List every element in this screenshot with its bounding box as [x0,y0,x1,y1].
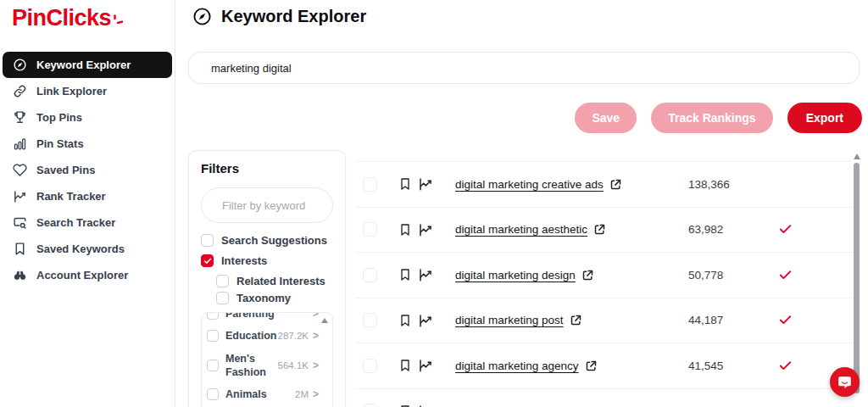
table-row: digital marketing creative ads 138,366 [356,161,853,207]
keyword-results-table: digital marketing creative ads 138,366 d… [356,161,853,407]
sidebar-item-label: Saved Keywords [36,243,125,255]
sidebar-item-label: Keyword Explorer [36,59,131,71]
table-row: digital marketing agency 41,545 [356,343,853,388]
trend-chart-icon[interactable] [418,176,433,192]
tracked-check-icon [778,359,793,373]
trend-chart-icon[interactable] [418,404,433,407]
sidebar-nav: Keyword Explorer Link Explorer Top Pins … [0,52,175,288]
checkbox[interactable] [216,275,229,287]
row-checkbox[interactable] [363,359,377,373]
sidebar-item-label: Rank Tracker [36,190,106,203]
sidebar-item-keyword-explorer[interactable]: Keyword Explorer [3,52,172,78]
toolbar: Save Track Rankings Export [0,103,862,133]
row-checkbox[interactable] [363,268,377,282]
interest-item-mens-fashion[interactable]: Men's Fashion 564.1K > [207,348,319,384]
sidebar-item-rank-tracker[interactable]: Rank Tracker [3,183,172,209]
sidebar-item-link-explorer[interactable]: Link Explorer [3,78,172,104]
checkbox[interactable] [207,312,219,320]
external-link-icon[interactable] [581,269,594,282]
sidebar-item-account-explorer[interactable]: Account Explorer [3,262,172,288]
sidebar-item-label: Account Explorer [36,269,128,282]
sidebar-item-saved-keywords[interactable]: Saved Keywords [3,236,172,262]
keyword-link[interactable]: digital marketing creative ads [455,178,604,191]
compass-icon [12,58,27,73]
filter-options: Search Suggestions Interests Related Int… [201,234,333,304]
external-link-icon[interactable] [593,223,606,236]
search-volume: 41,545 [688,360,723,372]
search-volume: 50,778 [688,269,723,282]
save-button[interactable]: Save [575,103,637,133]
trend-chart-icon[interactable] [418,358,433,373]
search-volume: 138,366 [688,178,730,191]
checkbox-checked[interactable] [201,254,214,267]
trend-chart-icon[interactable] [418,313,433,328]
sidebar-item-search-tracker[interactable]: Search Tracker [3,209,172,236]
keyword-link[interactable]: digital marketing design [455,269,576,282]
binoculars-icon [12,268,27,283]
filter-option-search-suggestions[interactable]: Search Suggestions [201,234,333,247]
keyword-link[interactable]: digital marketing post [455,314,564,326]
interest-item-parenting[interactable]: Parenting > [207,312,319,325]
interest-item-education[interactable]: Education 287.2K > [207,325,319,347]
checkbox[interactable] [207,360,219,371]
sidebar-item-pin-stats[interactable]: Pin Stats [3,131,172,157]
sidebar-item-saved-pins[interactable]: Saved Pins [3,157,172,183]
bookmark-icon[interactable] [398,359,412,372]
table-row: digital marketing design 50,778 [356,252,853,298]
bookmark-icon [12,242,27,257]
row-checkbox[interactable] [363,404,377,407]
chevron-right-icon[interactable]: > [313,360,319,371]
table-row: digital marketing aesthetic 63,982 [356,207,853,253]
filter-option-taxonomy[interactable]: Taxonomy [216,292,333,304]
tracked-check-icon [778,313,793,327]
filter-option-related-interests[interactable]: Related Interests [216,275,333,287]
scrollbar-thumb[interactable] [854,163,860,393]
chat-widget-button[interactable] [830,367,860,397]
filter-keyword-input[interactable] [201,187,333,223]
interest-item-animals[interactable]: Animals 2M > [207,383,319,405]
line-chart-icon [12,189,27,204]
filters-panel: Filters Search Suggestions Interests Rel… [188,150,346,407]
keyword-search-input[interactable] [188,52,860,84]
bookmark-icon[interactable] [398,268,412,282]
checkbox[interactable] [207,388,219,400]
filters-title: Filters [201,161,333,176]
tracked-check-icon [778,268,793,282]
filter-option-interests[interactable]: Interests [201,254,333,267]
interests-scrollbar[interactable] [321,318,328,407]
bookmark-icon[interactable] [398,223,412,237]
keyword-link[interactable]: digital marketing aesthetic [455,223,587,236]
trend-chart-icon[interactable] [418,267,433,282]
row-checkbox[interactable] [363,313,377,327]
tracked-check-icon [778,222,793,237]
chat-icon [837,374,853,390]
interests-list: Parenting > Education 287.2K > Men's Fas… [201,312,333,407]
row-checkbox[interactable] [363,177,377,192]
sidebar: PinClicks Keyword Explorer Link Explorer… [0,0,175,407]
external-link-icon[interactable] [570,314,582,326]
sidebar-item-label: Search Tracker [36,216,115,229]
trend-chart-icon[interactable] [418,222,433,237]
spark-icon [112,7,123,33]
table-row: digital marketing post 44,187 [356,298,853,343]
external-link-icon[interactable] [609,178,622,191]
chevron-right-icon[interactable]: > [313,388,319,400]
export-button[interactable]: Export [787,103,862,133]
chevron-right-icon[interactable]: > [313,312,319,320]
keyword-link[interactable]: digital marketing agency [455,360,579,372]
track-rankings-button[interactable]: Track Rankings [651,103,773,133]
bookmark-icon[interactable] [398,314,412,327]
compass-icon [192,7,212,26]
search-window-icon [12,215,27,231]
external-link-icon[interactable] [585,360,598,372]
scroll-up-icon[interactable] [321,318,328,323]
results-scrollbar[interactable] [852,151,861,407]
chevron-right-icon[interactable]: > [313,330,319,342]
checkbox[interactable] [207,330,219,342]
scroll-up-icon[interactable] [854,153,860,159]
checkbox[interactable] [201,234,214,247]
checkbox[interactable] [216,292,229,304]
bookmark-icon[interactable] [398,177,412,191]
logo[interactable]: PinClicks [12,5,123,33]
row-checkbox[interactable] [363,222,377,237]
